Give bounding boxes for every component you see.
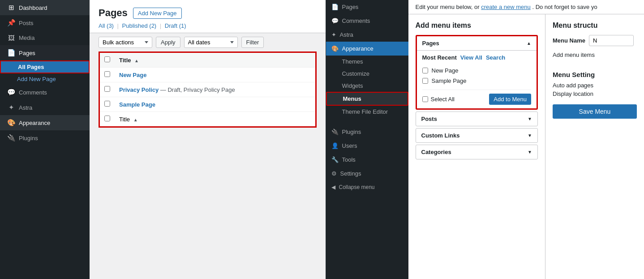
submenu-widgets-label: Widgets	[342, 82, 363, 89]
submenu-customize[interactable]: Customize	[326, 68, 408, 80]
nav-item-plugins[interactable]: 🔌 Plugins	[326, 125, 408, 139]
sidebar-item-label: Plugins	[19, 135, 38, 142]
settings-icon: ⚙	[331, 170, 337, 177]
page-status: — Draft, Privacy Policy Page	[160, 86, 235, 93]
sidebar-item-label: Dashboard	[19, 4, 47, 11]
row-checkbox[interactable]	[104, 71, 110, 77]
categories-accordion-label: Categories	[421, 149, 451, 155]
submenu-theme-file-editor[interactable]: Theme File Editor	[326, 106, 408, 118]
toolbar: Bulk actions Apply All dates Filter	[90, 33, 326, 52]
posts-accordion-header[interactable]: Posts ▼	[416, 112, 538, 126]
filter-button[interactable]: Filter	[241, 37, 264, 48]
astra-icon: ✦	[331, 31, 336, 38]
page-header: Pages Add New Page All (3) | Published (…	[90, 0, 326, 33]
sidebar-item-comments[interactable]: 💬 Comments	[0, 85, 90, 100]
save-menu-button[interactable]: Save Menu	[553, 104, 637, 119]
media-icon: 🖼	[7, 34, 15, 42]
nav-item-settings[interactable]: ⚙ Settings	[326, 167, 408, 180]
submenu-themes[interactable]: Themes	[326, 56, 408, 68]
title-col-header[interactable]: Title ▲	[115, 52, 316, 68]
sidebar-item-astra[interactable]: ✦ Astra	[0, 100, 90, 115]
pages-accordion-header[interactable]: Pages ▲	[417, 36, 537, 50]
submenu-themes-label: Themes	[342, 58, 363, 65]
nav-item-pages[interactable]: 📄 Pages	[326, 0, 408, 14]
page-link-privacy-policy[interactable]: Privacy Policy	[119, 86, 159, 93]
page-item-checkbox-sample-page[interactable]	[422, 78, 428, 84]
nav-item-label: Pages	[342, 4, 359, 10]
submenu-theme-file-editor-label: Theme File Editor	[342, 108, 388, 115]
dashboard-icon: ⊞	[7, 4, 15, 12]
apply-button[interactable]: Apply	[156, 37, 180, 48]
add-to-menu-button[interactable]: Add to Menu	[489, 94, 531, 105]
sidebar-item-label: Astra	[19, 104, 32, 111]
sidebar-item-label: Posts	[19, 20, 34, 26]
sidebar-item-pages[interactable]: 📄 Pages	[0, 45, 90, 60]
table-row: Sample Page	[99, 97, 316, 112]
row-checkbox[interactable]	[104, 101, 110, 107]
sidebar-subitem-add-new-page[interactable]: Add New Page	[0, 73, 90, 85]
filter-draft-link[interactable]: Draft (1)	[165, 22, 186, 29]
filter-all-link[interactable]: All (3)	[99, 22, 114, 29]
filter-links: All (3) | Published (2) | Draft (1)	[99, 22, 317, 33]
pages-icon: 📄	[7, 49, 15, 57]
nav-item-tools[interactable]: 🔧 Tools	[326, 153, 408, 167]
sidebar-subitem-all-pages[interactable]: All Pages	[0, 60, 90, 73]
filter-published-link[interactable]: Published (2)	[122, 22, 157, 29]
categories-accordion-header[interactable]: Categories ▼	[416, 145, 538, 159]
nav-item-users[interactable]: 👤 Users	[326, 139, 408, 153]
custom-links-accordion-header[interactable]: Custom Links ▼	[416, 129, 538, 142]
header-text: Edit your menu below, or	[416, 4, 480, 10]
page-item-label: New Page	[432, 67, 459, 74]
comments-icon: 💬	[7, 88, 15, 96]
nav-item-astra[interactable]: ✦ Astra	[326, 28, 408, 42]
select-all-row: Select All Add to Menu	[422, 90, 532, 105]
tab-most-recent[interactable]: Most Recent	[422, 54, 457, 61]
wp-admin-sidebar: ⊞ Dashboard 📌 Posts 🖼 Media 📄 Pages All …	[0, 0, 90, 279]
pages-tabs: Most Recent View All Search	[422, 54, 532, 61]
pages-accordion-body: Most Recent View All Search New Page Sam…	[417, 50, 537, 108]
sidebar-item-posts[interactable]: 📌 Posts	[0, 15, 90, 30]
nav-item-comments[interactable]: 💬 Comments	[326, 14, 408, 28]
add-new-page-button[interactable]: Add New Page	[133, 8, 182, 19]
tab-search[interactable]: Search	[486, 54, 505, 61]
submenu-menus-label: Menus	[343, 95, 361, 102]
nav-item-label: Comments	[342, 17, 370, 24]
select-all-checkbox[interactable]	[104, 56, 110, 62]
nav-item-collapse[interactable]: ◀ Collapse menu	[326, 180, 408, 194]
row-checkbox[interactable]	[104, 86, 110, 92]
sidebar-subitem-label: All Pages	[18, 64, 44, 70]
sidebar-item-dashboard[interactable]: ⊞ Dashboard	[0, 0, 90, 15]
sidebar-item-media[interactable]: 🖼 Media	[0, 30, 90, 45]
categories-accordion: Categories ▼	[416, 145, 538, 159]
create-new-menu-link[interactable]: create a new menu	[481, 4, 531, 10]
select-all-text: Select All	[431, 96, 455, 103]
footer-select-all-checkbox[interactable]	[104, 116, 110, 121]
nav-item-label: Settings	[340, 170, 361, 177]
sidebar-subitem-label: Add New Page	[17, 76, 56, 82]
row-title-cell: Privacy Policy — Draft, Privacy Policy P…	[115, 82, 316, 97]
bulk-actions-select[interactable]: Bulk actions	[99, 37, 152, 48]
select-all-label[interactable]: Select All	[422, 96, 455, 103]
sort-icon: ▲	[134, 58, 139, 63]
sidebar-item-appearance[interactable]: 🎨 Appearance	[0, 115, 90, 130]
menu-name-input[interactable]	[589, 35, 634, 46]
page-link-sample-page[interactable]: Sample Page	[119, 101, 155, 108]
appearance-icon: 🎨	[331, 45, 339, 52]
page-item-checkbox-new-page[interactable]	[422, 68, 428, 73]
header-after: . Do not forget to save yo	[532, 4, 597, 10]
all-dates-select[interactable]: All dates	[184, 37, 238, 48]
select-all-pages-checkbox[interactable]	[422, 96, 428, 102]
nav-item-appearance[interactable]: 🎨 Appearance	[326, 42, 408, 56]
submenu-menus[interactable]: Menus	[326, 92, 408, 106]
tab-view-all[interactable]: View All	[460, 54, 482, 61]
submenu-widgets[interactable]: Widgets	[326, 80, 408, 92]
posts-accordion-label: Posts	[421, 116, 437, 122]
menu-structure-title: Menu structu	[553, 21, 637, 30]
main-content-area: Pages Add New Page All (3) | Published (…	[90, 0, 326, 279]
nav-item-label: Astra	[340, 31, 353, 38]
add-menu-section: Add menu items Pages ▲ Most Recent View …	[408, 14, 546, 279]
sidebar-item-plugins[interactable]: 🔌 Plugins	[0, 130, 90, 146]
users-icon: 👤	[331, 142, 339, 149]
chevron-down-icon: ▼	[528, 116, 532, 121]
page-link-new-page[interactable]: New Page	[119, 72, 146, 78]
